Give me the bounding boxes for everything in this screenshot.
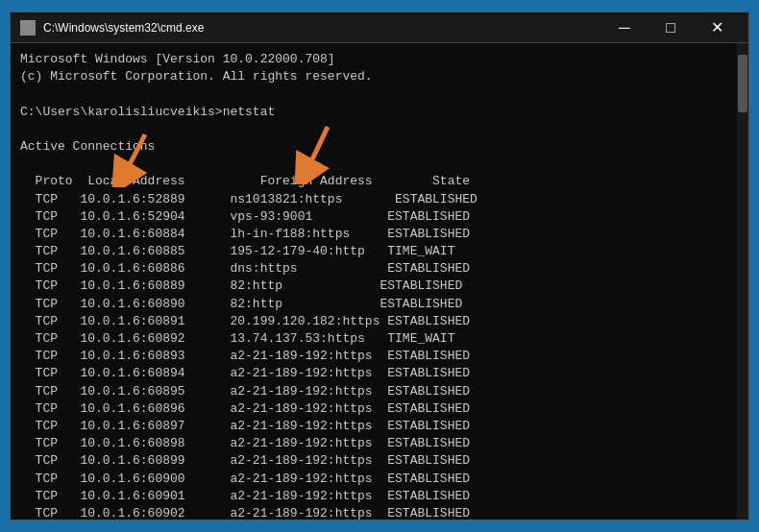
table-row: TCP 10.0.1.6:60897 a2-21-189-192:https E… [20, 418, 727, 435]
table-row: TCP 10.0.1.6:60896 a2-21-189-192:https E… [20, 400, 727, 418]
table-row: TCP 10.0.1.6:60895 a2-21-189-192:https E… [20, 383, 727, 400]
close-button[interactable]: ✕ [695, 12, 739, 43]
output-line-2: (c) Microsoft Corporation. All rights re… [20, 68, 727, 85]
table-row: TCP 10.0.1.6:60884 lh-in-f188:https ESTA… [20, 226, 727, 243]
window-icon [20, 20, 36, 36]
table-row: TCP 10.0.1.6:60898 a2-21-189-192:https E… [20, 435, 727, 452]
table-row: TCP 10.0.1.6:60885 195-12-179-40:http TI… [20, 243, 727, 260]
minimize-button[interactable]: ─ [602, 12, 647, 43]
window-title: C:\Windows\system32\cmd.exe [43, 21, 595, 35]
output-line-1: Microsoft Windows [Version 10.0.22000.70… [20, 51, 727, 68]
output-line-4: C:\Users\karolisliucveikis>netstat [20, 104, 727, 121]
output-line-5 [20, 121, 727, 138]
svg-rect-0 [22, 24, 34, 33]
titlebar: C:\Windows\system32\cmd.exe ─ □ ✕ [11, 12, 748, 43]
table-row: TCP 10.0.1.6:60893 a2-21-189-192:https E… [20, 348, 727, 365]
table-row: TCP 10.0.1.6:60901 a2-21-189-192:https E… [20, 488, 727, 505]
scrollbar[interactable] [737, 43, 748, 520]
table-row: TCP 10.0.1.6:60899 a2-21-189-192:https E… [20, 452, 727, 470]
table-row: TCP 10.0.1.6:60890 82:http ESTABLISHED [20, 296, 727, 313]
terminal-output[interactable]: Microsoft Windows [Version 10.0.22000.70… [11, 43, 737, 520]
output-line-7 [20, 156, 727, 173]
output-line-3 [20, 85, 727, 103]
scrollbar-thumb[interactable] [738, 55, 747, 112]
table-row: TCP 10.0.1.6:60900 a2-21-189-192:https E… [20, 471, 727, 488]
table-row: TCP 10.0.1.6:60891 20.199.120.182:https … [20, 313, 727, 330]
active-connections-label: Active Connections [20, 138, 727, 156]
cmd-window: C:\Windows\system32\cmd.exe ─ □ ✕ Micros… [10, 12, 749, 520]
table-header: Proto Local Address Foreign Address Stat… [20, 173, 727, 190]
maximize-button[interactable]: □ [649, 12, 693, 43]
table-row: TCP 10.0.1.6:52889 ns1013821:https ESTAB… [20, 191, 727, 208]
table-row: TCP 10.0.1.6:60894 a2-21-189-192:https E… [20, 365, 727, 382]
table-row: TCP 10.0.1.6:60892 13.74.137.53:https TI… [20, 330, 727, 348]
terminal-content: Microsoft Windows [Version 10.0.22000.70… [11, 43, 748, 520]
window-controls: ─ □ ✕ [602, 12, 739, 43]
table-body: TCP 10.0.1.6:52889 ns1013821:https ESTAB… [20, 191, 727, 520]
table-row: TCP 10.0.1.6:60889 82:http ESTABLISHED [20, 278, 727, 295]
table-row: TCP 10.0.1.6:60902 a2-21-189-192:https E… [20, 505, 727, 520]
table-row: TCP 10.0.1.6:52904 vps-93:9001 ESTABLISH… [20, 208, 727, 226]
table-row: TCP 10.0.1.6:60886 dns:https ESTABLISHED [20, 260, 727, 278]
